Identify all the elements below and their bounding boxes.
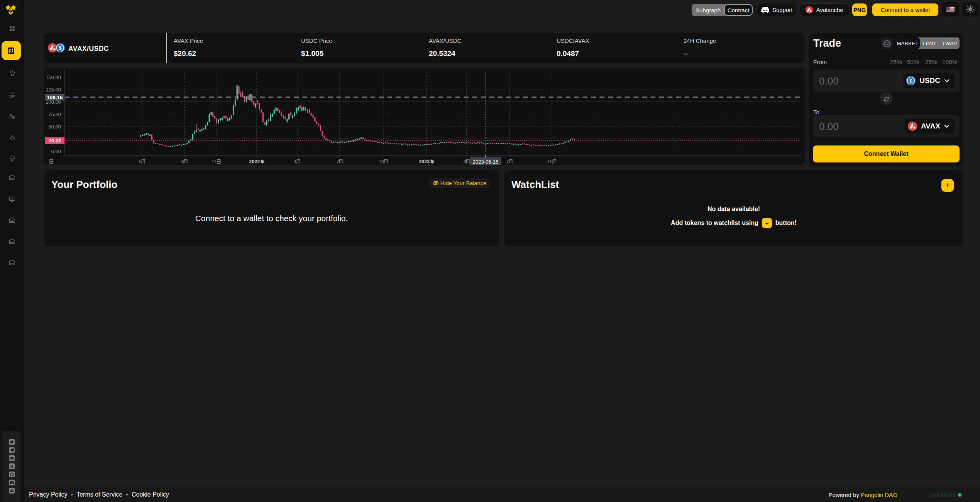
- svg-text:M: M: [10, 465, 14, 468]
- svg-text:2023: 2023: [419, 159, 430, 164]
- svg-text:2023-05-15: 2023-05-15: [473, 159, 499, 165]
- svg-text:20.82: 20.82: [49, 138, 61, 144]
- svg-text:7: 7: [506, 159, 509, 164]
- svg-text:10: 10: [379, 159, 384, 164]
- svg-text:0.00: 0.00: [51, 149, 61, 154]
- svg-text:109.16: 109.16: [47, 95, 63, 100]
- svg-text:$: $: [910, 78, 913, 84]
- svg-text:4: 4: [464, 159, 466, 164]
- svg-text:50.00: 50.00: [48, 124, 61, 130]
- svg-text:10: 10: [547, 159, 553, 164]
- svg-text:75.00: 75.00: [48, 112, 61, 117]
- svg-text:$: $: [59, 45, 62, 51]
- svg-text:125.00: 125.00: [46, 87, 61, 93]
- svg-text:8: 8: [181, 159, 184, 164]
- svg-text:2022: 2022: [249, 159, 260, 164]
- svg-text:7: 7: [337, 159, 339, 164]
- svg-text:150.00: 150.00: [46, 74, 61, 80]
- svg-text:4: 4: [294, 159, 297, 164]
- svg-text:11: 11: [212, 159, 217, 164]
- svg-text:5: 5: [139, 159, 142, 164]
- svg-text:$: $: [13, 117, 14, 119]
